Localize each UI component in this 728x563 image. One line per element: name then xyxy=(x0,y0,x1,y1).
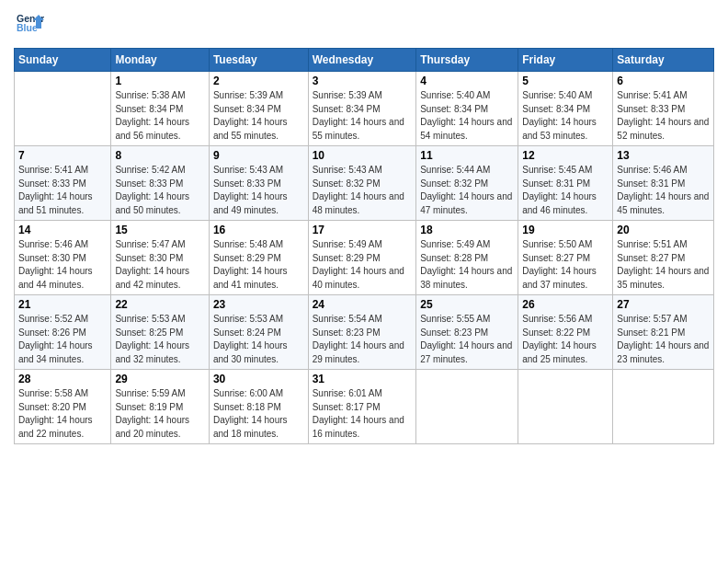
week-row-2: 7Sunrise: 5:41 AMSunset: 8:33 PMDaylight… xyxy=(15,146,714,221)
day-info: Sunrise: 5:47 AMSunset: 8:30 PMDaylight:… xyxy=(115,239,189,290)
day-number: 18 xyxy=(420,224,514,236)
day-cell: 30Sunrise: 6:00 AMSunset: 8:18 PMDayligh… xyxy=(209,370,308,444)
day-cell: 31Sunrise: 6:01 AMSunset: 8:17 PMDayligh… xyxy=(308,370,416,444)
day-info: Sunrise: 5:48 AMSunset: 8:29 PMDaylight:… xyxy=(213,239,288,290)
day-cell: 22Sunrise: 5:53 AMSunset: 8:25 PMDayligh… xyxy=(111,295,209,370)
day-cell: 7Sunrise: 5:41 AMSunset: 8:33 PMDaylight… xyxy=(15,146,111,221)
day-number: 30 xyxy=(213,373,304,385)
week-row-4: 21Sunrise: 5:52 AMSunset: 8:26 PMDayligh… xyxy=(15,295,714,370)
page: General Blue SundayMondayTuesdayWednesda… xyxy=(0,0,728,563)
day-cell: 13Sunrise: 5:46 AMSunset: 8:31 PMDayligh… xyxy=(613,146,714,221)
day-cell: 8Sunrise: 5:42 AMSunset: 8:33 PMDaylight… xyxy=(111,146,209,221)
day-cell: 19Sunrise: 5:50 AMSunset: 8:27 PMDayligh… xyxy=(518,221,613,295)
day-cell: 1Sunrise: 5:38 AMSunset: 8:34 PMDaylight… xyxy=(111,72,209,146)
day-cell xyxy=(518,370,613,444)
day-cell: 14Sunrise: 5:46 AMSunset: 8:30 PMDayligh… xyxy=(15,221,111,295)
day-cell xyxy=(15,72,111,146)
day-cell: 24Sunrise: 5:54 AMSunset: 8:23 PMDayligh… xyxy=(308,295,416,370)
day-cell: 26Sunrise: 5:56 AMSunset: 8:22 PMDayligh… xyxy=(518,295,613,370)
day-cell: 2Sunrise: 5:39 AMSunset: 8:34 PMDaylight… xyxy=(209,72,308,146)
logo: General Blue xyxy=(14,9,44,40)
header-cell-tuesday: Tuesday xyxy=(209,49,308,72)
day-info: Sunrise: 5:56 AMSunset: 8:22 PMDaylight:… xyxy=(522,314,597,364)
header-cell-friday: Friday xyxy=(518,49,613,72)
day-number: 3 xyxy=(313,75,413,87)
day-cell: 23Sunrise: 5:53 AMSunset: 8:24 PMDayligh… xyxy=(209,295,308,370)
day-number: 4 xyxy=(420,75,514,87)
day-cell: 25Sunrise: 5:55 AMSunset: 8:23 PMDayligh… xyxy=(416,295,518,370)
day-cell: 16Sunrise: 5:48 AMSunset: 8:29 PMDayligh… xyxy=(209,221,308,295)
day-number: 19 xyxy=(522,224,609,236)
day-info: Sunrise: 6:00 AMSunset: 8:18 PMDaylight:… xyxy=(213,388,288,439)
week-row-3: 14Sunrise: 5:46 AMSunset: 8:30 PMDayligh… xyxy=(15,221,714,295)
day-number: 11 xyxy=(420,149,514,162)
day-info: Sunrise: 5:45 AMSunset: 8:31 PMDaylight:… xyxy=(522,165,597,215)
day-cell: 28Sunrise: 5:58 AMSunset: 8:20 PMDayligh… xyxy=(15,370,111,444)
day-number: 25 xyxy=(420,298,514,311)
day-cell xyxy=(416,370,518,444)
day-number: 9 xyxy=(213,149,304,162)
day-info: Sunrise: 5:59 AMSunset: 8:19 PMDaylight:… xyxy=(115,388,189,439)
day-number: 22 xyxy=(115,298,204,311)
day-info: Sunrise: 5:40 AMSunset: 8:34 PMDaylight:… xyxy=(420,90,512,141)
day-number: 8 xyxy=(115,149,204,162)
day-cell xyxy=(613,370,714,444)
day-number: 26 xyxy=(522,298,609,311)
svg-text:Blue: Blue xyxy=(17,22,38,33)
day-info: Sunrise: 5:49 AMSunset: 8:28 PMDaylight:… xyxy=(420,239,512,290)
day-number: 13 xyxy=(617,149,710,162)
day-number: 28 xyxy=(18,373,107,385)
day-cell: 15Sunrise: 5:47 AMSunset: 8:30 PMDayligh… xyxy=(111,221,209,295)
day-info: Sunrise: 5:46 AMSunset: 8:30 PMDaylight:… xyxy=(18,239,93,290)
day-number: 2 xyxy=(213,75,304,87)
day-cell: 20Sunrise: 5:51 AMSunset: 8:27 PMDayligh… xyxy=(613,221,714,295)
day-info: Sunrise: 5:50 AMSunset: 8:27 PMDaylight:… xyxy=(522,239,597,290)
header-row: SundayMondayTuesdayWednesdayThursdayFrid… xyxy=(15,49,714,72)
day-number: 6 xyxy=(617,75,710,87)
day-number: 12 xyxy=(522,149,609,162)
day-number: 7 xyxy=(18,149,107,162)
day-info: Sunrise: 5:53 AMSunset: 8:24 PMDaylight:… xyxy=(213,314,288,364)
day-info: Sunrise: 5:57 AMSunset: 8:21 PMDaylight:… xyxy=(617,314,709,364)
day-cell: 21Sunrise: 5:52 AMSunset: 8:26 PMDayligh… xyxy=(15,295,111,370)
day-number: 10 xyxy=(313,149,413,162)
day-info: Sunrise: 5:43 AMSunset: 8:33 PMDaylight:… xyxy=(213,165,288,215)
day-cell: 5Sunrise: 5:40 AMSunset: 8:34 PMDaylight… xyxy=(518,72,613,146)
day-info: Sunrise: 5:49 AMSunset: 8:29 PMDaylight:… xyxy=(313,239,404,290)
day-info: Sunrise: 6:01 AMSunset: 8:17 PMDaylight:… xyxy=(313,388,404,439)
day-number: 23 xyxy=(213,298,304,311)
header: General Blue xyxy=(14,9,714,40)
day-info: Sunrise: 5:42 AMSunset: 8:33 PMDaylight:… xyxy=(115,165,189,215)
day-number: 20 xyxy=(617,224,710,236)
day-cell: 18Sunrise: 5:49 AMSunset: 8:28 PMDayligh… xyxy=(416,221,518,295)
day-info: Sunrise: 5:58 AMSunset: 8:20 PMDaylight:… xyxy=(18,388,93,439)
day-number: 16 xyxy=(213,224,304,236)
day-number: 29 xyxy=(115,373,204,385)
header-cell-monday: Monday xyxy=(111,49,209,72)
day-number: 1 xyxy=(115,75,204,87)
week-row-5: 28Sunrise: 5:58 AMSunset: 8:20 PMDayligh… xyxy=(15,370,714,444)
day-number: 5 xyxy=(522,75,609,87)
day-info: Sunrise: 5:44 AMSunset: 8:32 PMDaylight:… xyxy=(420,165,512,215)
week-row-1: 1Sunrise: 5:38 AMSunset: 8:34 PMDaylight… xyxy=(15,72,714,146)
day-cell: 27Sunrise: 5:57 AMSunset: 8:21 PMDayligh… xyxy=(613,295,714,370)
day-number: 14 xyxy=(18,224,107,236)
day-info: Sunrise: 5:39 AMSunset: 8:34 PMDaylight:… xyxy=(313,90,404,141)
day-cell: 6Sunrise: 5:41 AMSunset: 8:33 PMDaylight… xyxy=(613,72,714,146)
day-info: Sunrise: 5:38 AMSunset: 8:34 PMDaylight:… xyxy=(115,90,189,141)
day-cell: 4Sunrise: 5:40 AMSunset: 8:34 PMDaylight… xyxy=(416,72,518,146)
day-number: 24 xyxy=(313,298,413,311)
day-number: 27 xyxy=(617,298,710,311)
header-cell-saturday: Saturday xyxy=(613,49,714,72)
day-info: Sunrise: 5:51 AMSunset: 8:27 PMDaylight:… xyxy=(617,239,709,290)
day-info: Sunrise: 5:53 AMSunset: 8:25 PMDaylight:… xyxy=(115,314,189,364)
day-info: Sunrise: 5:52 AMSunset: 8:26 PMDaylight:… xyxy=(18,314,93,364)
day-cell: 9Sunrise: 5:43 AMSunset: 8:33 PMDaylight… xyxy=(209,146,308,221)
header-cell-sunday: Sunday xyxy=(15,49,111,72)
day-number: 21 xyxy=(18,298,107,311)
day-info: Sunrise: 5:41 AMSunset: 8:33 PMDaylight:… xyxy=(617,90,709,141)
day-info: Sunrise: 5:41 AMSunset: 8:33 PMDaylight:… xyxy=(18,165,93,215)
header-cell-wednesday: Wednesday xyxy=(308,49,416,72)
day-info: Sunrise: 5:55 AMSunset: 8:23 PMDaylight:… xyxy=(420,314,512,364)
day-cell: 11Sunrise: 5:44 AMSunset: 8:32 PMDayligh… xyxy=(416,146,518,221)
